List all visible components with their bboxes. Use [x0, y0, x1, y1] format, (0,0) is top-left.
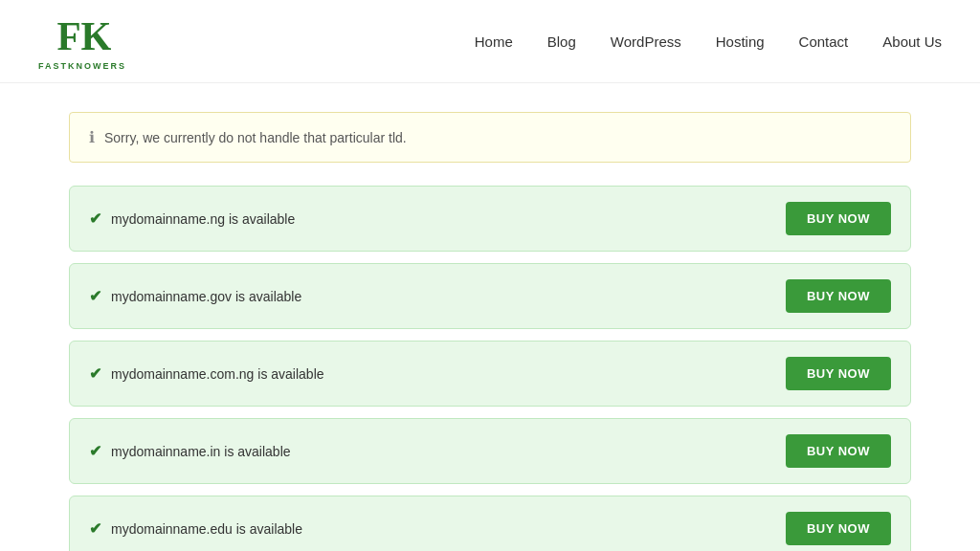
domain-name-text: mydomainname.edu is available	[111, 521, 302, 537]
info-icon: ℹ	[89, 128, 95, 146]
notice-text: Sorry, we currently do not handle that p…	[104, 130, 407, 145]
svg-text:FK: FK	[56, 14, 111, 58]
domain-name-text: mydomainname.in is available	[111, 444, 291, 459]
domain-info: ✔mydomainname.ng is available	[89, 209, 295, 228]
nav-item-wordpress[interactable]: WordPress	[611, 33, 681, 50]
domain-row: ✔mydomainname.ng is availableBUY NOW	[69, 186, 911, 252]
domain-results-list: ✔mydomainname.ng is availableBUY NOW✔myd…	[69, 186, 911, 551]
domain-info: ✔mydomainname.com.ng is available	[89, 364, 324, 383]
buy-now-button[interactable]: BUY NOW	[786, 202, 891, 235]
notice-banner: ℹ Sorry, we currently do not handle that…	[69, 112, 911, 163]
checkmark-icon: ✔	[89, 519, 101, 538]
domain-name-text: mydomainname.gov is available	[111, 289, 301, 304]
domain-info: ✔mydomainname.edu is available	[89, 519, 302, 538]
buy-now-button[interactable]: BUY NOW	[786, 434, 891, 468]
checkmark-icon: ✔	[89, 442, 101, 460]
buy-now-button[interactable]: BUY NOW	[786, 279, 891, 313]
main-nav: HomeBlogWordPressHostingContactAbout Us	[475, 33, 942, 50]
main-content: ℹ Sorry, we currently do not handle that…	[50, 112, 930, 551]
domain-name-text: mydomainname.ng is available	[111, 211, 295, 227]
logo[interactable]: FK FASTKNOWERS	[38, 11, 126, 71]
buy-now-button[interactable]: BUY NOW	[786, 512, 891, 545]
domain-info: ✔mydomainname.gov is available	[89, 287, 301, 305]
site-header: FK FASTKNOWERS HomeBlogWordPressHostingC…	[0, 0, 980, 83]
domain-row: ✔mydomainname.com.ng is availableBUY NOW	[69, 341, 911, 407]
nav-item-blog[interactable]: Blog	[547, 33, 576, 50]
buy-now-button[interactable]: BUY NOW	[786, 357, 891, 390]
checkmark-icon: ✔	[89, 364, 101, 383]
nav-item-contact[interactable]: Contact	[799, 33, 849, 50]
domain-row: ✔mydomainname.in is availableBUY NOW	[69, 418, 911, 484]
domain-row: ✔mydomainname.gov is availableBUY NOW	[69, 263, 911, 329]
checkmark-icon: ✔	[89, 209, 101, 228]
domain-info: ✔mydomainname.in is available	[89, 442, 291, 460]
nav-item-hosting[interactable]: Hosting	[716, 33, 765, 50]
domain-name-text: mydomainname.com.ng is available	[111, 366, 324, 382]
nav-item-home[interactable]: Home	[475, 33, 513, 50]
logo-text: FASTKNOWERS	[38, 61, 126, 71]
domain-row: ✔mydomainname.edu is availableBUY NOW	[69, 496, 911, 551]
nav-item-about-us[interactable]: About Us	[882, 33, 942, 50]
checkmark-icon: ✔	[89, 287, 101, 305]
